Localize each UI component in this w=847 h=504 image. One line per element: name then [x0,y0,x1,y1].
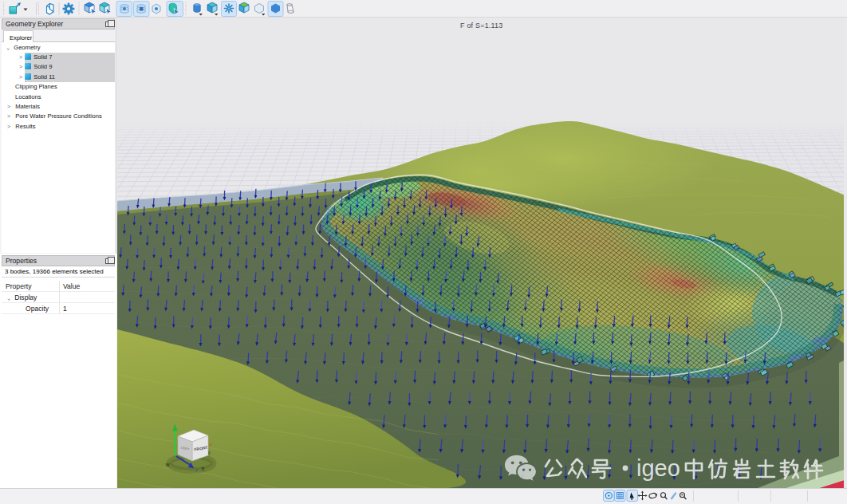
svg-text:z: z [195,467,198,472]
svg-text:X: X [209,443,212,447]
svg-text:igeo: igeo [636,455,680,481]
